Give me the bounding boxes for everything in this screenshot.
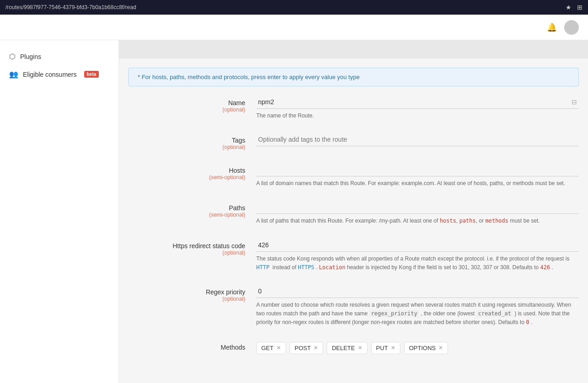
- name-field-col: ⊟ The name of the Route.: [256, 96, 579, 120]
- name-label-col: Name (optional): [128, 96, 256, 113]
- plugins-icon: ⬡: [9, 52, 16, 61]
- hosts-row: Hosts (semi-optional) A list of domain n…: [128, 163, 579, 188]
- browser-url: /routes/9987f977-7546-4379-bfd3-7b0a1b68…: [5, 4, 136, 11]
- hosts-input[interactable]: [256, 163, 579, 176]
- tags-optional: (optional): [128, 144, 245, 150]
- created-at-code: created_at: [476, 310, 513, 317]
- default-426-code: 426: [540, 264, 550, 271]
- zero-code: 0: [526, 319, 529, 325]
- method-tag-post[interactable]: POST ✕: [290, 342, 323, 354]
- methods-tags: GET ✕ POST ✕ DELETE ✕ PUT: [256, 342, 579, 354]
- header-icons: 🔔: [547, 20, 579, 35]
- name-input-wrapper: ⊟: [256, 96, 579, 109]
- regex-priority-label-col: Regex priority (optional): [128, 285, 256, 302]
- name-input[interactable]: [256, 96, 570, 108]
- grid-icon: ⊞: [577, 4, 583, 11]
- method-tag-delete-close[interactable]: ✕: [358, 345, 362, 351]
- name-label: Name: [128, 99, 245, 106]
- https-code: HTTPS: [298, 264, 314, 271]
- https-redirect-optional: (optional): [128, 250, 245, 256]
- paths-row: Paths (semi-optional) A list of paths th…: [128, 201, 579, 225]
- name-optional: (optional): [128, 106, 245, 113]
- https-redirect-hint: The status code Kong responds with when …: [256, 255, 579, 272]
- method-tag-delete[interactable]: DELETE ✕: [327, 342, 367, 354]
- avatar[interactable]: [564, 20, 579, 35]
- name-hint: The name of the Route.: [256, 112, 579, 120]
- regex-priority-code: regex_priority: [369, 310, 419, 317]
- tags-field-col: [256, 133, 579, 146]
- https-redirect-input[interactable]: [256, 239, 579, 252]
- beta-badge: beta: [84, 71, 99, 78]
- hosts-semi: (semi-optional): [128, 174, 245, 181]
- browser-bar: /routes/9987f977-7546-4379-bfd3-7b0a1b68…: [0, 0, 588, 15]
- method-tag-post-label: POST: [295, 345, 311, 351]
- edit-icon: ⊟: [570, 98, 579, 106]
- browser-icons: ★ ⊞: [566, 4, 583, 11]
- hosts-field-col: A list of domain names that match this R…: [256, 163, 579, 188]
- location-code: Location: [319, 264, 345, 271]
- star-icon: ★: [566, 4, 572, 11]
- sidebar-item-eligible-consumers[interactable]: 👥 Eligible consumers beta: [0, 65, 119, 83]
- method-tag-post-close[interactable]: ✕: [313, 345, 318, 351]
- method-tag-options-label: OPTIONS: [409, 345, 436, 351]
- http-code: HTTP: [256, 264, 270, 271]
- paths-input[interactable]: [256, 201, 579, 214]
- tags-row: Tags (optional): [128, 133, 579, 150]
- regex-priority-hint: A number used to choose which route reso…: [256, 301, 579, 327]
- sidebar-label-plugins: Plugins: [20, 53, 41, 60]
- method-tag-options[interactable]: OPTIONS ✕: [404, 342, 448, 354]
- paths-label-col: Paths (semi-optional): [128, 201, 256, 218]
- notification-icon[interactable]: 🔔: [547, 22, 557, 32]
- paths-code: paths: [459, 218, 476, 224]
- info-banner: * For hosts, paths, methods and protocol…: [128, 68, 579, 86]
- method-tag-get[interactable]: GET ✕: [256, 342, 286, 354]
- hosts-hint: A list of domain names that match this R…: [256, 179, 579, 188]
- regex-priority-label: Regex priority: [128, 288, 245, 296]
- methods-code: methods: [485, 218, 508, 224]
- https-redirect-field-col: The status code Kong responds with when …: [256, 239, 579, 272]
- method-tag-put-close[interactable]: ✕: [391, 345, 395, 351]
- methods-label: Methods: [128, 344, 245, 351]
- methods-field-col: GET ✕ POST ✕ DELETE ✕ PUT: [256, 340, 579, 354]
- paths-label: Paths: [128, 204, 245, 212]
- https-redirect-row: Https redirect status code (optional) Th…: [128, 239, 579, 272]
- info-banner-text: * For hosts, paths, methods and protocol…: [138, 74, 360, 80]
- tags-label-col: Tags (optional): [128, 133, 256, 150]
- methods-label-col: Methods: [128, 340, 256, 351]
- app-header: 🔔: [0, 15, 588, 40]
- tags-label: Tags: [128, 137, 245, 144]
- sidebar-item-plugins[interactable]: ⬡ Plugins: [0, 48, 119, 65]
- hosts-label: Hosts: [128, 167, 245, 174]
- paths-field-col: A list of paths that match this Route. F…: [256, 201, 579, 225]
- https-redirect-label-col: Https redirect status code (optional): [128, 239, 256, 256]
- hosts-label-col: Hosts (semi-optional): [128, 163, 256, 181]
- main-layout: ⬡ Plugins 👥 Eligible consumers beta * Fo…: [0, 40, 588, 383]
- method-tag-options-close[interactable]: ✕: [438, 345, 443, 351]
- https-redirect-label: Https redirect status code: [128, 242, 245, 250]
- content-top-bar: [119, 40, 588, 59]
- paths-hint: A list of paths that match this Route. F…: [256, 217, 579, 225]
- regex-priority-optional: (optional): [128, 296, 245, 302]
- name-row: Name (optional) ⊟ The name of the Route.: [128, 96, 579, 120]
- hosts-code: hosts: [440, 218, 456, 224]
- method-tag-get-close[interactable]: ✕: [276, 345, 281, 351]
- method-tag-put[interactable]: PUT ✕: [371, 342, 400, 354]
- tags-input[interactable]: [256, 133, 579, 146]
- methods-row: Methods GET ✕ POST ✕ DELETE: [128, 340, 579, 354]
- method-tag-delete-label: DELETE: [332, 345, 355, 351]
- method-tag-get-label: GET: [261, 345, 274, 351]
- sidebar-label-consumers: Eligible consumers: [23, 71, 77, 78]
- regex-priority-row: Regex priority (optional) A number used …: [128, 285, 579, 327]
- method-tag-put-label: PUT: [376, 345, 388, 351]
- regex-priority-input[interactable]: [256, 285, 579, 298]
- sidebar: ⬡ Plugins 👥 Eligible consumers beta: [0, 40, 119, 383]
- consumers-icon: 👥: [9, 70, 18, 79]
- paths-semi: (semi-optional): [128, 212, 245, 218]
- form-container: Name (optional) ⊟ The name of the Route.…: [119, 86, 588, 376]
- content-area: * For hosts, paths, methods and protocol…: [119, 40, 588, 383]
- regex-priority-field-col: A number used to choose which route reso…: [256, 285, 579, 327]
